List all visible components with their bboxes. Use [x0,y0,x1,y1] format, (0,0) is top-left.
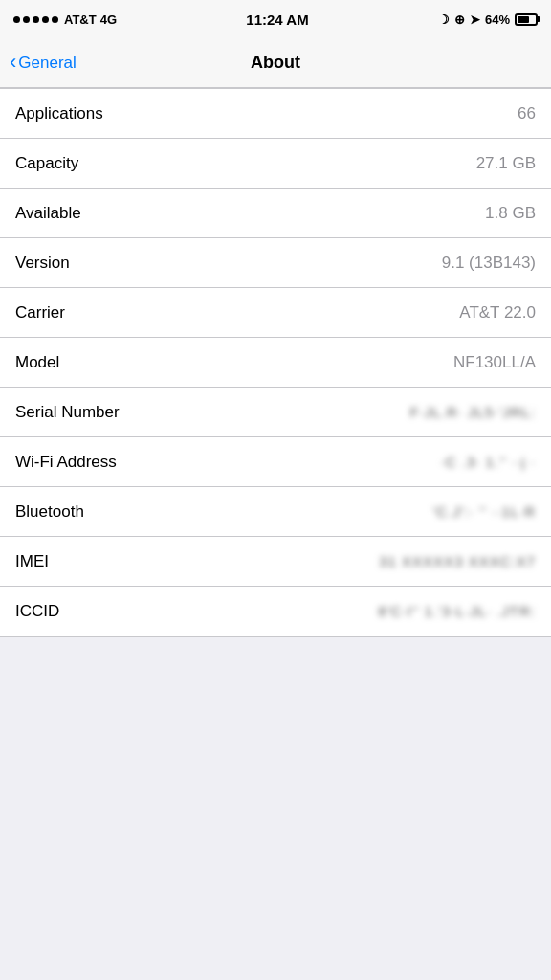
network-type-label: 4G [100,12,117,27]
row-label: Model [15,353,59,372]
table-row: Capacity27.1 GB [0,139,551,189]
blurred-value: F·JL.R· JL5·'JRL: [409,404,536,420]
blurred-value: 31 XXXXX3 XXXC:X7 [379,553,536,569]
table-row: ICCID8'C·I'' 1.'3·L·JL· .JTR: [0,587,551,636]
signal-dot [23,16,30,23]
status-right: ☽ ⊕ ➤ 64% [438,12,538,27]
table-row: Version9.1 (13B143) [0,238,551,288]
row-value: 31 XXXXX3 XXXC:X7 [379,552,536,571]
blurred-value: ·C .3· 1.'' ··j · [441,454,536,470]
status-time: 11:24 AM [246,11,308,28]
moon-icon: ☽ [438,12,450,27]
row-label: Version [15,254,70,273]
nav-bar: ‹ General About [0,38,551,88]
row-label: ICCID [15,602,59,621]
row-value: AT&T 22.0 [459,303,536,323]
row-label: Available [15,204,81,223]
row-label: Serial Number [15,403,120,422]
carrier-label: AT&T [64,12,97,27]
row-label: Wi-Fi Address [15,453,117,472]
compass-icon: ⊕ [454,12,465,27]
table-row: CarrierAT&T 22.0 [0,288,551,338]
row-value: 'C.J':· '' ··1L·R [432,502,536,522]
table-row: Available1.8 GB [0,189,551,238]
row-value: 66 [518,104,536,123]
table-row: Applications66 [0,89,551,139]
chevron-left-icon: ‹ [10,52,16,73]
table-row: ModelNF130LL/A [0,338,551,388]
row-value: NF130LL/A [453,353,536,372]
status-bar: AT&T 4G 11:24 AM ☽ ⊕ ➤ 64% [0,0,551,38]
signal-dot [13,16,20,23]
row-value: 27.1 GB [476,154,536,173]
signal-dot [42,16,49,23]
row-value: F·JL.R· JL5·'JRL: [409,403,536,422]
table-row: Bluetooth'C.J':· '' ··1L·R [0,487,551,537]
row-label: Capacity [15,154,78,173]
row-value: 8'C·I'' 1.'3·L·JL· .JTR: [378,602,536,621]
page-title: About [251,53,300,73]
status-left: AT&T 4G [13,12,117,27]
settings-list: Applications66Capacity27.1 GBAvailable1.… [0,88,551,637]
table-row: Serial NumberF·JL.R· JL5·'JRL: [0,388,551,437]
row-label: Bluetooth [15,502,84,522]
row-value: 1.8 GB [485,204,536,223]
table-row: Wi-Fi Address·C .3· 1.'' ··j · [0,437,551,487]
location-icon: ➤ [470,12,480,27]
signal-dots [13,16,58,23]
blurred-value: 'C.J':· '' ··1L·R [432,503,536,520]
battery-fill [518,16,529,23]
table-row: IMEI31 XXXXX3 XXXC:X7 [0,537,551,587]
signal-dot [52,16,58,23]
row-label: IMEI [15,552,49,571]
battery-percentage: 64% [485,12,510,27]
back-button[interactable]: ‹ General [10,53,77,73]
row-value: ·C .3· 1.'' ··j · [441,453,536,472]
battery-icon [515,13,538,26]
blurred-value: 8'C·I'' 1.'3·L·JL· .JTR: [378,603,536,619]
back-label: General [18,54,76,73]
row-label: Applications [15,104,103,123]
row-label: Carrier [15,303,65,323]
signal-dot [33,16,39,23]
row-value: 9.1 (13B143) [442,254,536,273]
